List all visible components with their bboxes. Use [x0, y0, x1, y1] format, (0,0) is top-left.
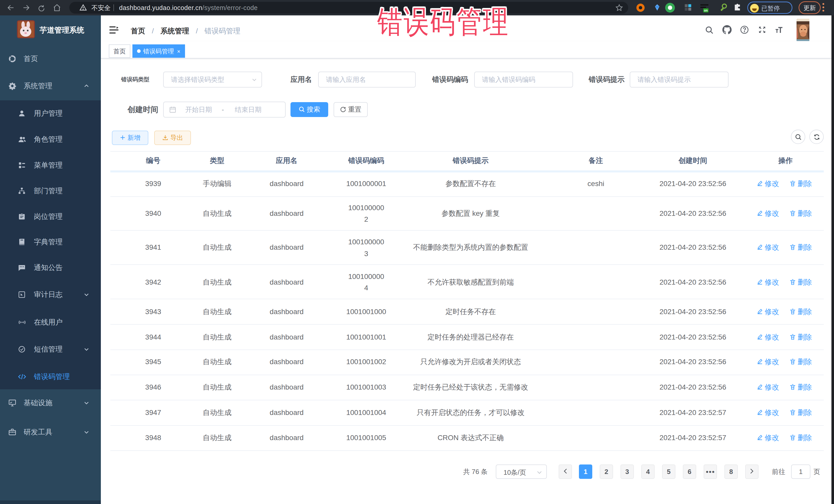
svg-text:on: on: [704, 9, 708, 12]
